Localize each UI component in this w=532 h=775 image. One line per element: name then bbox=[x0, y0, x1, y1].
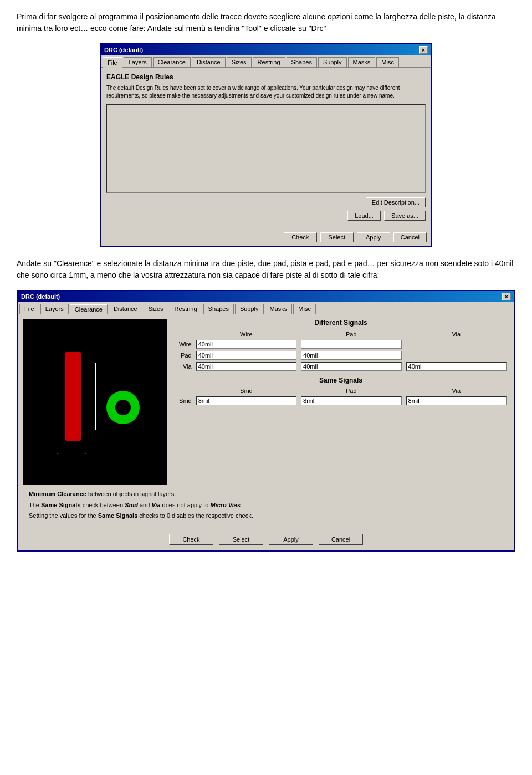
dialog-tabs-small: File Layers Clearance Distance Sizes Res… bbox=[101, 55, 431, 68]
dialog-content-area bbox=[106, 104, 426, 193]
page-content: Prima di far svolgere al programma il po… bbox=[0, 0, 532, 568]
tab-distance-small[interactable]: Distance bbox=[192, 57, 226, 67]
info2-microvias: Micro Vias bbox=[210, 502, 241, 508]
drc-dialog-small-wrapper: DRC (default) × File Layers Clearance Di… bbox=[17, 43, 515, 247]
tab-file-large[interactable]: File bbox=[19, 304, 39, 314]
eagle-desc: The default Design Rules have been set t… bbox=[106, 84, 426, 100]
preview-vertical-line bbox=[95, 363, 96, 430]
via-wire-cell bbox=[194, 361, 299, 372]
dialog-tabs-large: File Layers Clearance Distance Sizes Res… bbox=[18, 302, 514, 314]
info2-smd: Smd bbox=[125, 502, 138, 508]
dialog-title-small: DRC (default) bbox=[104, 47, 143, 53]
dialog-large-footer: Check Select Apply Cancel bbox=[18, 529, 514, 550]
tab-shapes-large[interactable]: Shapes bbox=[203, 304, 234, 314]
info2-mid: check between bbox=[83, 502, 125, 508]
smd-smd-cell bbox=[194, 395, 299, 406]
eagle-title: EAGLE Design Rules bbox=[106, 73, 426, 81]
smd-pad-cell bbox=[299, 395, 403, 406]
smd-row: Smd bbox=[173, 395, 509, 406]
via-pad-input[interactable] bbox=[301, 362, 401, 371]
pad-col-header2: Pad bbox=[299, 386, 403, 395]
preview-pad-green bbox=[106, 391, 140, 424]
save-as-button-small[interactable]: Save as... bbox=[384, 211, 426, 221]
dialog-footer-small: Check Select Apply Cancel bbox=[101, 230, 431, 246]
pad-pad-input[interactable] bbox=[301, 351, 401, 360]
diff-signals-title: Different Signals bbox=[173, 319, 509, 327]
smd-smd-input[interactable] bbox=[196, 396, 296, 405]
tab-sizes-large[interactable]: Sizes bbox=[144, 304, 168, 314]
apply-button-large[interactable]: Apply bbox=[269, 534, 313, 545]
smd-pad-input[interactable] bbox=[301, 396, 401, 405]
arrow-left: ← bbox=[55, 448, 63, 457]
dialog-titlebar-small: DRC (default) × bbox=[101, 44, 431, 55]
info3-bold: Same Signals bbox=[98, 512, 138, 519]
dialog-titlebar-large: DRC (default) × bbox=[18, 291, 514, 302]
dialog-body-small: EAGLE Design Rules The default Design Ru… bbox=[101, 68, 431, 230]
smd-via-cell bbox=[404, 395, 509, 406]
wire-row-label: Wire bbox=[173, 339, 194, 350]
pad-wire-input[interactable] bbox=[196, 351, 296, 360]
tab-file-small[interactable]: File bbox=[103, 57, 122, 68]
info-section: Minimum Clearance between objects in sig… bbox=[23, 485, 509, 524]
dialog-close-small[interactable]: × bbox=[419, 46, 428, 54]
tab-distance-large[interactable]: Distance bbox=[109, 304, 142, 314]
info2-via: Via bbox=[151, 502, 160, 508]
edit-description-button[interactable]: Edit Description... bbox=[366, 197, 426, 207]
middle-paragraph: Andate su "Clearence" e selezionate la d… bbox=[17, 258, 515, 281]
info-line2: The Same Signals check between Smd and V… bbox=[29, 501, 503, 511]
dialog-close-large[interactable]: × bbox=[502, 293, 511, 300]
preview-wire-red bbox=[65, 352, 81, 441]
tab-misc-small[interactable]: Misc bbox=[376, 57, 399, 67]
wire-col-header: Wire bbox=[194, 330, 299, 339]
info1-rest: between objects in signal layers. bbox=[88, 491, 176, 497]
info2-bold1: Same Signals bbox=[41, 502, 81, 508]
tab-masks-small[interactable]: Masks bbox=[348, 57, 376, 67]
info1-bold: Minimum Clearance bbox=[29, 491, 86, 497]
arrow-right: → bbox=[80, 448, 88, 457]
smd-row-label: Smd bbox=[173, 395, 194, 406]
info2-period: . bbox=[242, 502, 244, 508]
info3-end: checks to 0 disables the respective chec… bbox=[139, 512, 253, 519]
info-line3: Setting the values for the Same Signals … bbox=[29, 511, 503, 521]
drc-dialog-large: DRC (default) × File Layers Clearance Di… bbox=[17, 290, 515, 552]
load-save-row: Load... Save as... bbox=[106, 211, 426, 221]
diff-signals-table: Wire Pad Via Wire bbox=[173, 330, 509, 372]
tab-restring-large[interactable]: Restring bbox=[170, 304, 202, 314]
tab-supply-large[interactable]: Supply bbox=[235, 304, 264, 314]
wire-row: Wire bbox=[173, 339, 509, 350]
tab-restring-small[interactable]: Restring bbox=[253, 57, 285, 67]
info2-end: does not apply to bbox=[162, 502, 211, 508]
via-wire-input[interactable] bbox=[196, 362, 296, 371]
select-button-large[interactable]: Select bbox=[219, 534, 263, 545]
wire-wire-input[interactable] bbox=[196, 340, 296, 349]
cancel-button-large[interactable]: Cancel bbox=[319, 534, 363, 545]
via-via-input[interactable] bbox=[406, 362, 507, 371]
tab-clearance-small[interactable]: Clearance bbox=[153, 57, 191, 67]
tab-misc-large[interactable]: Misc bbox=[293, 304, 316, 314]
tab-supply-small[interactable]: Supply bbox=[318, 57, 347, 67]
tab-shapes-small[interactable]: Shapes bbox=[287, 57, 317, 67]
tab-layers-small[interactable]: Layers bbox=[124, 57, 152, 67]
pad-col-header: Pad bbox=[299, 330, 403, 339]
cancel-button-small[interactable]: Cancel bbox=[393, 232, 427, 242]
select-button-small[interactable]: Select bbox=[320, 232, 354, 242]
tab-masks-large[interactable]: Masks bbox=[265, 304, 293, 314]
wire-pad-cell bbox=[299, 339, 403, 350]
smd-col-header: Smd bbox=[194, 386, 299, 395]
load-button-small[interactable]: Load... bbox=[347, 211, 381, 221]
same-signals-title: Same Signals bbox=[173, 372, 509, 384]
via-via-cell bbox=[404, 361, 509, 372]
pad-via-cell bbox=[404, 350, 509, 361]
check-button-small[interactable]: Check bbox=[284, 232, 317, 242]
preview-arrows: ← → bbox=[55, 448, 88, 457]
apply-button-small[interactable]: Apply bbox=[357, 232, 390, 242]
smd-via-input[interactable] bbox=[406, 396, 507, 405]
check-button-large[interactable]: Check bbox=[169, 534, 213, 545]
info2-prefix: The bbox=[29, 502, 41, 508]
tab-layers-large[interactable]: Layers bbox=[40, 304, 69, 314]
tab-sizes-small[interactable]: Sizes bbox=[227, 57, 252, 67]
clearance-preview: ← → bbox=[23, 319, 167, 485]
pad-pad-cell bbox=[299, 350, 403, 361]
tab-clearance-large[interactable]: Clearance bbox=[70, 304, 108, 314]
wire-pad-input[interactable] bbox=[301, 340, 401, 349]
